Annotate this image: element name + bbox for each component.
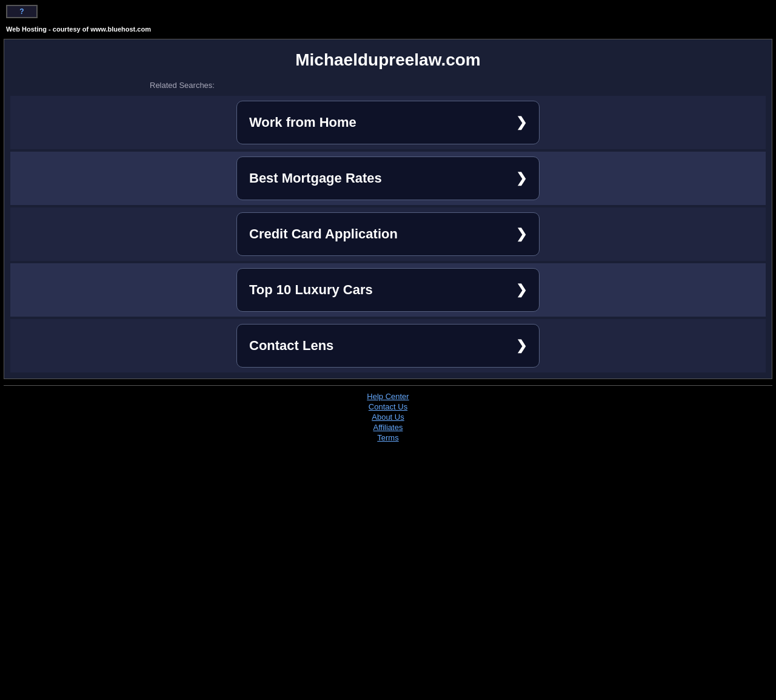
footer-link-about-us[interactable]: About Us xyxy=(372,412,404,422)
search-item-top-10-luxury-cars[interactable]: Top 10 Luxury Cars❯ xyxy=(236,268,540,312)
search-item-label-top-10-luxury-cars: Top 10 Luxury Cars xyxy=(249,282,373,298)
chevron-right-icon: ❯ xyxy=(516,115,527,130)
search-row-contact-lens: Contact Lens❯ xyxy=(10,319,766,372)
chevron-right-icon: ❯ xyxy=(516,226,527,242)
search-item-credit-card-application[interactable]: Credit Card Application❯ xyxy=(236,212,540,256)
search-row-credit-card-application: Credit Card Application❯ xyxy=(10,207,766,261)
search-item-label-contact-lens: Contact Lens xyxy=(249,338,333,354)
search-item-work-from-home[interactable]: Work from Home❯ xyxy=(236,101,540,144)
related-searches-label: Related Searches: xyxy=(4,76,772,96)
top-bar: ? xyxy=(0,0,776,23)
search-item-contact-lens[interactable]: Contact Lens❯ xyxy=(236,324,540,368)
search-items-container: Work from Home❯Best Mortgage Rates❯Credi… xyxy=(4,96,772,372)
search-item-label-work-from-home: Work from Home xyxy=(249,115,356,130)
search-row-work-from-home: Work from Home❯ xyxy=(10,96,766,149)
chevron-right-icon: ❯ xyxy=(516,338,527,354)
chevron-right-icon: ❯ xyxy=(516,282,527,298)
chevron-right-icon: ❯ xyxy=(516,170,527,186)
question-icon: ? xyxy=(19,7,24,16)
main-panel: Michaeldupreelaw.com Related Searches: W… xyxy=(4,39,772,379)
search-row-best-mortgage-rates: Best Mortgage Rates❯ xyxy=(10,152,766,205)
search-item-label-best-mortgage-rates: Best Mortgage Rates xyxy=(249,170,382,186)
search-row-top-10-luxury-cars: Top 10 Luxury Cars❯ xyxy=(10,263,766,317)
footer-link-affiliates[interactable]: Affiliates xyxy=(373,423,403,432)
hosting-notice: Web Hosting - courtesy of www.bluehost.c… xyxy=(0,23,776,39)
footer-links: Help CenterContact UsAbout UsAffiliatesT… xyxy=(0,386,776,448)
site-title: Michaeldupreelaw.com xyxy=(4,39,772,76)
footer-link-terms[interactable]: Terms xyxy=(377,433,398,442)
search-item-best-mortgage-rates[interactable]: Best Mortgage Rates❯ xyxy=(236,156,540,200)
question-button[interactable]: ? xyxy=(6,5,38,18)
footer-link-contact-us[interactable]: Contact Us xyxy=(369,402,407,411)
footer-link-help-center[interactable]: Help Center xyxy=(367,392,409,401)
search-item-label-credit-card-application: Credit Card Application xyxy=(249,226,398,242)
